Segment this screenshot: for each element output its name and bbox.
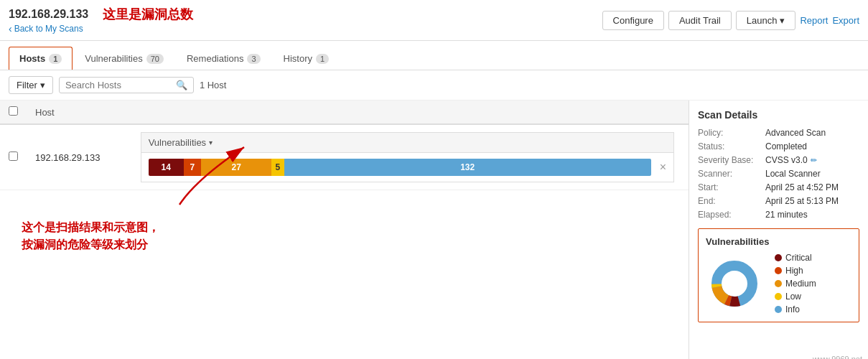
severity-row: Severity Base: CVSS v3.0 ✏	[698, 155, 859, 165]
scanner-value: Local Scanner	[765, 169, 821, 179]
legend-low: Low	[775, 292, 816, 302]
tab-history[interactable]: History 1	[273, 47, 340, 70]
page-wrapper: 192.168.29.133 这里是漏洞总数 Back to My Scans …	[0, 0, 868, 359]
report-button[interactable]: Report	[800, 15, 828, 26]
search-box: 🔍	[59, 77, 194, 93]
arrow-svg	[165, 140, 251, 212]
legend-dot-critical	[775, 254, 782, 261]
select-all-checkbox[interactable]	[9, 106, 18, 116]
legend-dot-low	[775, 293, 782, 300]
annotation-vuln-count: 这里是漏洞总数	[103, 6, 193, 23]
scan-details-panel: Scan Details Policy: Advanced Scan Statu…	[689, 101, 868, 359]
vulnerabilities-column-header	[126, 101, 689, 124]
hosts-table: Host 192.168.29.133	[0, 101, 689, 190]
end-value: April 25 at 5:13 PM	[765, 196, 839, 206]
host-column-header: Host	[27, 101, 126, 124]
status-row: Status: Completed	[698, 141, 859, 151]
tab-remediations[interactable]: Remediations 3	[176, 47, 271, 70]
row-checkbox-cell	[0, 124, 27, 190]
search-input[interactable]	[65, 80, 173, 90]
launch-button[interactable]: Launch ▾	[736, 11, 796, 30]
start-row: Start: April 25 at 4:52 PM	[698, 182, 859, 192]
edit-severity-icon[interactable]: ✏	[811, 156, 817, 165]
main-content: Host 192.168.29.133	[0, 101, 868, 359]
start-value: April 25 at 4:52 PM	[765, 182, 839, 192]
legend-info: Info	[775, 304, 816, 314]
policy-value: Advanced Scan	[765, 128, 826, 138]
host-count-label: 1 Host	[200, 80, 227, 90]
vuln-chart-section: Vulnerabilities	[698, 228, 859, 322]
start-label: Start:	[698, 182, 762, 192]
filter-button[interactable]: Filter ▾	[9, 76, 53, 94]
severity-label: Severity Base:	[698, 155, 762, 165]
end-label: End:	[698, 196, 762, 206]
donut-hole	[722, 271, 747, 296]
legend-dot-high	[775, 267, 782, 274]
table-area: Host 192.168.29.133	[0, 101, 689, 359]
export-button[interactable]: Export	[832, 15, 859, 26]
legend-medium: Medium	[775, 279, 816, 289]
host-cell: 192.168.29.133	[27, 124, 126, 190]
chevron-down-icon: ▾	[780, 15, 785, 26]
donut-chart	[706, 255, 763, 312]
scanner-label: Scanner:	[698, 169, 762, 179]
table-row: 192.168.29.133 Vulnerabilities ▾	[0, 124, 689, 190]
row-checkbox[interactable]	[9, 151, 18, 161]
legend-dot-medium	[775, 280, 782, 287]
policy-label: Policy:	[698, 128, 762, 138]
search-icon: 🔍	[176, 80, 187, 90]
legend-dot-info	[775, 306, 782, 313]
severity-value: CVSS v3.0 ✏	[765, 155, 817, 165]
scan-details-title: Scan Details	[698, 109, 859, 121]
toolbar: Filter ▾ 🔍 1 Host	[0, 70, 868, 101]
status-value: Completed	[765, 141, 807, 151]
header: 192.168.29.133 这里是漏洞总数 Back to My Scans …	[0, 0, 868, 41]
configure-button[interactable]: Configure	[602, 11, 664, 30]
header-row: 192.168.29.133 这里是漏洞总数	[9, 6, 193, 23]
tab-hosts[interactable]: Hosts 1	[9, 47, 73, 70]
legend-high: High	[775, 266, 816, 276]
annotation-scan-result: 这个是扫描结果和示意图， 按漏洞的危险等级来划分	[22, 219, 689, 253]
chart-container: Critical High Medium Low	[706, 253, 851, 314]
tab-vulnerabilities[interactable]: Vulnerabilities 70	[74, 47, 174, 70]
tabs-bar: Hosts 1 Vulnerabilities 70 Remediations …	[0, 41, 868, 70]
header-left: 192.168.29.133 这里是漏洞总数 Back to My Scans	[9, 6, 193, 34]
end-row: End: April 25 at 5:13 PM	[698, 196, 859, 206]
legend-critical: Critical	[775, 253, 816, 263]
vuln-chart-title: Vulnerabilities	[706, 236, 851, 247]
header-right: Configure Audit Trail Launch ▾ Report Ex…	[602, 11, 859, 30]
host-ip: 192.168.29.133	[35, 152, 100, 163]
close-row-button[interactable]: ×	[660, 161, 666, 174]
scanner-row: Scanner: Local Scanner	[698, 169, 859, 179]
back-to-scans-link[interactable]: Back to My Scans	[9, 23, 193, 34]
elapsed-label: Elapsed:	[698, 210, 762, 220]
scan-ip: 192.168.29.133	[9, 8, 88, 21]
bar-low: 5	[271, 159, 284, 176]
watermark: www.9969.net	[813, 355, 862, 359]
elapsed-value: 21 minutes	[765, 210, 808, 220]
audit-trail-button[interactable]: Audit Trail	[668, 11, 732, 30]
bar-info: 132	[284, 159, 651, 176]
status-label: Status:	[698, 141, 762, 151]
chevron-down-icon: ▾	[40, 80, 45, 90]
chart-legend: Critical High Medium Low	[775, 253, 816, 314]
elapsed-row: Elapsed: 21 minutes	[698, 210, 859, 220]
select-all-header	[0, 101, 27, 124]
policy-row: Policy: Advanced Scan	[698, 128, 859, 138]
